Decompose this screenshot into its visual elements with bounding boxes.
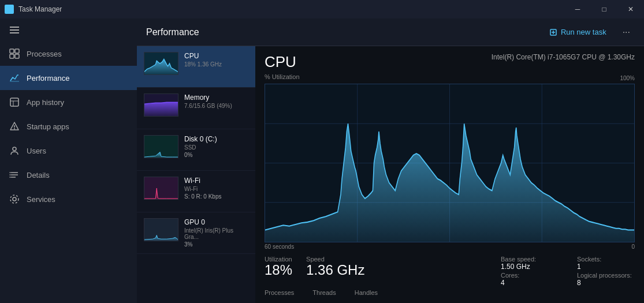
details-label: Details <box>27 171 50 179</box>
more-options-button[interactable]: ··· <box>618 25 635 40</box>
logical-processors-value: 8 <box>577 279 635 287</box>
speed-value: 1.36 GHz <box>306 263 364 278</box>
performance-label: Performance <box>27 74 69 83</box>
base-speed-label: Base speed: <box>501 256 559 263</box>
bottom-label-processes: Processes <box>265 289 294 296</box>
run-new-task-button[interactable]: Run new task <box>542 24 613 40</box>
gpu-val: 3% <box>184 241 248 248</box>
chart-title: CPU <box>265 53 296 71</box>
startup-label: Startup apps <box>27 122 69 131</box>
svg-rect-11 <box>10 81 19 82</box>
sidebar-item-performance[interactable]: Performance <box>0 66 137 90</box>
app-icon <box>5 5 14 14</box>
gpu-info: GPU 0 Intel(R) Iris(R) Plus Gra... 3% <box>184 218 248 248</box>
header-actions: Run new task ··· <box>542 24 635 40</box>
svg-point-17 <box>14 128 15 129</box>
svg-rect-7 <box>10 49 14 53</box>
details-icon <box>9 170 20 180</box>
svg-point-18 <box>13 147 16 151</box>
run-task-label: Run new task <box>561 28 606 36</box>
right-stats: Base speed: 1.50 GHz Sockets: 1 <box>501 256 635 271</box>
maximize-button[interactable]: □ <box>591 0 617 18</box>
services-label: Services <box>27 195 55 204</box>
svg-rect-3 <box>10 10 13 13</box>
bottom-label-threads: Threads <box>312 289 336 296</box>
disk-mini-chart <box>144 135 178 158</box>
svg-point-26 <box>10 195 18 203</box>
chart-max-value: 100% <box>620 75 635 81</box>
memory-name: Memory <box>184 93 248 102</box>
sidebar-item-startup-apps[interactable]: Startup apps <box>0 114 137 139</box>
minimize-button[interactable]: ─ <box>564 0 591 18</box>
stat-base-speed: Base speed: 1.50 GHz <box>501 256 559 271</box>
svg-rect-10 <box>15 54 19 58</box>
gpu-mini-chart <box>144 218 178 241</box>
titlebar-title: Task Manager <box>18 5 62 13</box>
wifi-val: S: 0 R: 0 Kbps <box>184 193 248 200</box>
disk-sub: SSD <box>184 144 248 151</box>
wifi-mini-chart <box>144 177 178 200</box>
content-area: Performance Run new task ··· <box>137 18 644 303</box>
wifi-info: Wi-Fi Wi-Fi S: 0 R: 0 Kbps <box>184 177 248 200</box>
sidebar-item-details[interactable]: Details <box>0 163 137 187</box>
services-icon <box>9 194 20 204</box>
right-stats-2: Cores: 4 Logical processors: 8 <box>501 272 635 287</box>
sidebar-item-app-history[interactable]: App history <box>0 90 137 114</box>
utilization-stat: Utilization 18% <box>265 256 292 287</box>
svg-point-25 <box>13 197 16 201</box>
svg-rect-5 <box>10 29 19 31</box>
main-layout: Processes Performance App history <box>0 18 644 303</box>
device-item-cpu[interactable]: CPU 18% 1.36 GHz <box>137 46 255 88</box>
device-list: CPU 18% 1.36 GHz <box>137 46 255 303</box>
memory-mini-chart <box>144 93 178 117</box>
cores-label: Cores: <box>501 272 559 279</box>
startup-icon <box>9 121 20 132</box>
gpu-sub: Intel(R) Iris(R) Plus Gra... <box>184 227 248 240</box>
sidebar-item-processes[interactable]: Processes <box>0 42 137 66</box>
svg-rect-4 <box>10 27 19 28</box>
bottom-labels: Processes Threads Handles <box>265 289 635 296</box>
svg-rect-6 <box>10 32 19 33</box>
main-chart-area: CPU Intel(R) Core(TM) i7-1065G7 CPU @ 1.… <box>255 46 644 303</box>
device-item-gpu[interactable]: GPU 0 Intel(R) Iris(R) Plus Gra... 3% <box>137 212 255 254</box>
svg-rect-8 <box>15 49 19 53</box>
sidebar-hamburger[interactable] <box>0 18 137 42</box>
close-button[interactable]: ✕ <box>617 0 644 18</box>
svg-rect-12 <box>10 98 18 106</box>
device-item-disk[interactable]: Disk 0 (C:) SSD 0% <box>137 129 255 171</box>
titlebar-left: Task Manager <box>5 5 62 14</box>
sidebar-item-users[interactable]: Users <box>0 139 137 163</box>
device-item-wifi[interactable]: Wi-Fi Wi-Fi S: 0 R: 0 Kbps <box>137 171 255 212</box>
performance-icon <box>9 73 20 83</box>
bottom-label-handles: Handles <box>355 289 378 296</box>
app-history-label: App history <box>27 98 64 107</box>
hamburger-icon <box>9 25 20 35</box>
chart-utilization-label: % Utilization <box>265 73 300 80</box>
cpu-info: CPU 18% 1.36 GHz <box>184 52 248 68</box>
disk-name: Disk 0 (C:) <box>184 135 248 143</box>
sockets-label: Sockets: <box>577 256 635 263</box>
processes-icon <box>9 48 20 59</box>
svg-rect-0 <box>5 5 9 9</box>
gpu-name: GPU 0 <box>184 218 248 226</box>
speed-stat: Speed 1.36 GHz <box>306 256 364 287</box>
chart-zero-label: 0 <box>631 244 635 250</box>
svg-point-24 <box>10 177 11 178</box>
memory-sub: 7.6/15.6 GB (49%) <box>184 103 248 109</box>
chart-header: CPU Intel(R) Core(TM) i7-1065G7 CPU @ 1.… <box>265 53 635 71</box>
performance-panel: CPU 18% 1.36 GHz <box>137 46 644 303</box>
app-history-icon <box>9 97 20 107</box>
memory-info: Memory 7.6/15.6 GB (49%) <box>184 93 248 109</box>
run-task-icon <box>549 28 557 36</box>
sockets-value: 1 <box>577 263 635 271</box>
cpu-name: CPU <box>184 52 248 60</box>
titlebar: Task Manager ─ □ ✕ <box>0 0 644 18</box>
svg-rect-9 <box>10 54 14 58</box>
cpu-chart <box>265 84 635 242</box>
device-item-memory[interactable]: Memory 7.6/15.6 GB (49%) <box>137 88 255 129</box>
sidebar-item-services[interactable]: Services <box>0 187 137 211</box>
users-icon <box>9 145 20 156</box>
page-title: Performance <box>146 27 199 38</box>
cores-value: 4 <box>501 279 559 287</box>
base-speed-value: 1.50 GHz <box>501 263 559 271</box>
